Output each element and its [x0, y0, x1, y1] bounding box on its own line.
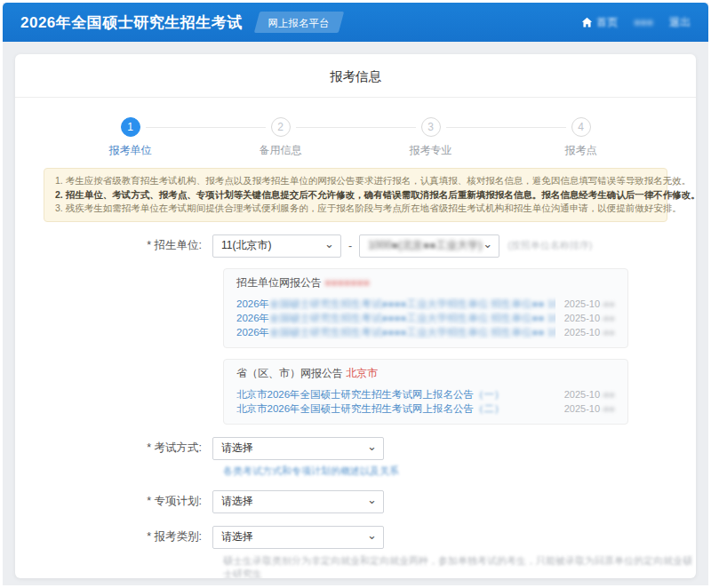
- exam-mode-value: 请选择: [221, 441, 253, 456]
- nav-username-label: ●●●: [634, 16, 653, 28]
- unit-province-value: 11(北京市): [221, 238, 271, 253]
- unit-school-value: 1000●(北京●●工业大学): [368, 238, 482, 253]
- nav-home-label: 首页: [596, 15, 618, 30]
- unit-province-select[interactable]: 11(北京市): [212, 234, 341, 258]
- nav-logout[interactable]: 退出: [669, 15, 691, 30]
- category-row: * 报考类别: 请选择: [15, 526, 696, 549]
- special-plan-select[interactable]: 请选择: [212, 490, 384, 513]
- step-unit[interactable]: 1 报考单位: [55, 117, 205, 158]
- unit-school-select[interactable]: 1000●(北京●●工业大学): [359, 234, 499, 258]
- unit-notices-title-text: 招生单位网报公告: [236, 276, 322, 289]
- step-1-label: 报考单位: [55, 143, 205, 158]
- province-notice-row: 北京市2026年全国硕士研究生招生考试网上报名公告（二） 2025-10-●●: [236, 401, 615, 416]
- step-backup-info[interactable]: 2 备用信息: [205, 117, 356, 158]
- exam-mode-help-link[interactable]: 各类考试方式和专项计划的概述以及关系: [223, 465, 696, 478]
- nav-username[interactable]: ●●●: [634, 16, 653, 28]
- unit-notice-date-1: 2025-10-●●: [564, 297, 615, 311]
- unit-notices-title: 招生单位网报公告 ●●●●●●●: [236, 276, 615, 290]
- exam-mode-row: * 考试方式: 请选择: [15, 437, 696, 460]
- page-title: 报考信息: [15, 54, 696, 98]
- special-plan-value: 请选择: [221, 494, 253, 509]
- notice-line-2: 2. 招生单位、考试方式、报考点、专项计划等关键信息提交后不允许修改，确有错误需…: [55, 188, 656, 203]
- unit-row: * 招生单位: 11(北京市) - 1000●(北京●●工业大学) (按照单位名…: [15, 234, 696, 258]
- unit-label: * 招生单位:: [15, 238, 212, 253]
- unit-notices-panel: 招生单位网报公告 ●●●●●●● 2026年全国硕士研究生招生考试●●●●工业大…: [223, 268, 628, 348]
- province-notices-title: 省（区、市）网报公告 北京市: [236, 367, 615, 380]
- province-notice-link-1[interactable]: 北京市2026年全国硕士研究生招生考试网上报名公告（一）: [236, 387, 555, 401]
- nav-logout-label: 退出: [669, 15, 691, 30]
- app-title: 2026年全国硕士研究生招生考试: [20, 12, 243, 33]
- province-notice-date-2: 2025-10-●●: [564, 401, 615, 416]
- unit-notice-link-3[interactable]: 2026年全国硕士研究生招生考试●●●●工业大学招生单位 招生单位●● 1000…: [236, 325, 555, 339]
- special-plan-row: * 专项计划: 请选择: [15, 490, 696, 513]
- top-header: 2026年全国硕士研究生招生考试 网上报名平台 首页 ●●● 退出: [3, 3, 708, 42]
- unit-notice-link-1[interactable]: 2026年全国硕士研究生招生考试●●●●工业大学招生单位 招生单位●● 1000…: [236, 297, 555, 311]
- home-icon: [581, 17, 593, 28]
- province-notices-title-text: 省（区、市）网报公告: [236, 367, 343, 379]
- province-notice-date-1: 2025-10-●●: [564, 387, 615, 401]
- province-notices-region: 北京市: [346, 367, 378, 379]
- unit-separator: -: [348, 240, 352, 252]
- step-4-circle: 4: [571, 117, 591, 137]
- main-panel: 报考信息 1 报考单位 2 备用信息 3 报考专业 4 报考点 1. 考生应按省…: [15, 54, 696, 578]
- notice-line-1: 1. 考生应按省级教育招生考试机构、报考点以及报考招生单位的网报公告要求进行报名…: [55, 174, 656, 188]
- step-2-circle: 2: [271, 117, 291, 137]
- step-2-label: 备用信息: [205, 143, 356, 158]
- unit-notice-row: 2026年全国硕士研究生招生考试●●●●工业大学招生单位 招生单位●● 1000…: [236, 311, 615, 325]
- step-1-circle: 1: [121, 117, 140, 137]
- unit-notice-date-2: 2025-10-●●: [564, 311, 615, 325]
- exam-mode-select[interactable]: 请选择: [212, 437, 384, 460]
- province-notices-list: 北京市2026年全国硕士研究生招生考试网上报名公告（一） 2025-10-●● …: [236, 387, 615, 416]
- application-window: 2026年全国硕士研究生招生考试 网上报名平台 首页 ●●● 退出 报考信息: [3, 3, 708, 585]
- unit-notices-title-extra: ●●●●●●●: [324, 276, 370, 289]
- step-4-label: 报考点: [506, 143, 656, 158]
- notice-box: 1. 考生应按省级教育招生考试机构、报考点以及报考招生单位的网报公告要求进行报名…: [44, 168, 667, 222]
- unit-notice-row: 2026年全国硕士研究生招生考试●●●●工业大学招生单位 招生单位●● 1000…: [236, 297, 615, 311]
- category-hint: 硕士生录取类别分为非定向就业和定向就业两种，参加单独考试的考生，只能被录取为回原…: [223, 554, 696, 579]
- notice-line-3: 3. 残疾考生如需招考单位在考试期间提供合理考试便利服务的，应于报名阶段与考点所…: [55, 202, 656, 216]
- unit-sort-hint: (按照单位名称排序): [507, 239, 592, 252]
- province-notices-panel: 省（区、市）网报公告 北京市 北京市2026年全国硕士研究生招生考试网上报名公告…: [223, 359, 628, 425]
- nav-home[interactable]: 首页: [581, 15, 618, 30]
- step-3-circle: 3: [421, 117, 441, 137]
- unit-notice-row: 2026年全国硕士研究生招生考试●●●●工业大学招生单位 招生单位●● 1000…: [236, 325, 615, 339]
- category-value: 请选择: [221, 529, 253, 544]
- step-exam-site[interactable]: 4 报考点: [506, 117, 656, 158]
- platform-badge-label: 网上报名平台: [268, 17, 329, 30]
- unit-notices-list: 2026年全国硕士研究生招生考试●●●●工业大学招生单位 招生单位●● 1000…: [236, 297, 615, 339]
- unit-notice-date-3: 2025-10-●●: [564, 325, 615, 339]
- province-notice-link-2[interactable]: 北京市2026年全国硕士研究生招生考试网上报名公告（二）: [236, 401, 555, 416]
- province-notice-row: 北京市2026年全国硕士研究生招生考试网上报名公告（一） 2025-10-●●: [236, 387, 615, 401]
- step-major[interactable]: 3 报考专业: [356, 117, 506, 158]
- platform-badge: 网上报名平台: [254, 12, 344, 33]
- special-plan-label: * 专项计划:: [15, 494, 212, 509]
- category-select[interactable]: 请选择: [212, 526, 384, 549]
- unit-notice-link-2[interactable]: 2026年全国硕士研究生招生考试●●●●工业大学招生单位 招生单位●● 1000…: [236, 311, 555, 325]
- category-label: * 报考类别:: [15, 529, 212, 544]
- header-nav: 首页 ●●● 退出: [565, 15, 691, 30]
- exam-mode-label: * 考试方式:: [15, 441, 212, 456]
- step-3-label: 报考专业: [356, 143, 506, 158]
- step-indicator: 1 报考单位 2 备用信息 3 报考专业 4 报考点: [15, 98, 696, 158]
